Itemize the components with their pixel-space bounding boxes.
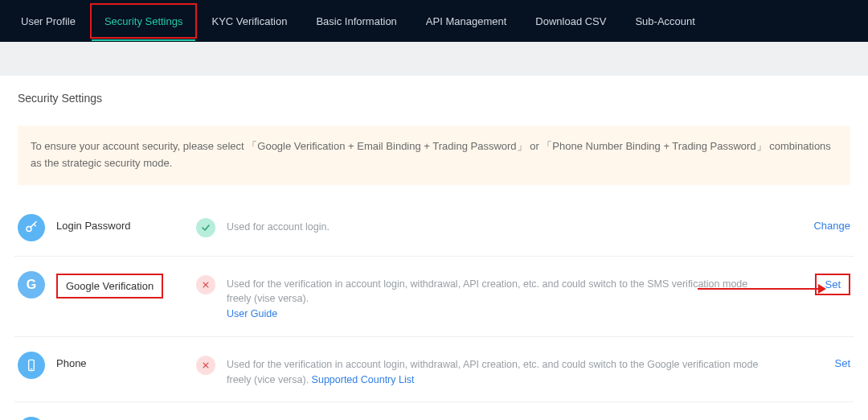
desc-text: Used for the verification in account log… — [227, 278, 747, 305]
row-title: Phone — [56, 352, 185, 369]
status-bad-icon — [196, 275, 215, 294]
nav-basic-information[interactable]: Basic Information — [301, 0, 411, 42]
nav-label: Download CSV — [535, 15, 606, 27]
nav-download-csv[interactable]: Download CSV — [521, 0, 620, 42]
status-bad-icon — [196, 356, 215, 375]
nav-label: Sub-Account — [635, 15, 694, 27]
nav-label: User Profile — [21, 15, 76, 27]
nav-user-profile[interactable]: User Profile — [6, 0, 90, 42]
row-desc: Used for the verification in account log… — [227, 271, 783, 322]
nav-label: KYC Verification — [211, 15, 287, 27]
row-email: Email Used for the verification in withd… — [14, 402, 854, 420]
row-title: Login Password — [56, 214, 185, 232]
row-phone: Phone Used for the verification in accou… — [14, 337, 854, 403]
row-desc: Used for the verification in withdrawal,… — [227, 417, 783, 420]
security-notice: To ensure your account security, please … — [18, 126, 850, 185]
content: Security Settings To ensure your account… — [0, 76, 868, 420]
email-icon — [18, 417, 45, 420]
row-action: Set — [794, 271, 850, 295]
supported-country-list-link[interactable]: Supported Country List — [312, 374, 415, 385]
row-action — [794, 417, 850, 420]
page-title: Security Settings — [0, 76, 868, 116]
row-action: Set — [794, 352, 850, 369]
row-desc: Used for account login. — [227, 214, 783, 235]
phone-icon — [18, 352, 45, 379]
row-login-password: Login Password Used for account login. C… — [14, 200, 854, 257]
nav-security-settings[interactable]: Security Settings — [90, 3, 198, 39]
sub-header-spacer — [0, 42, 868, 76]
nav-label: Security Settings — [104, 15, 183, 27]
row-google-verification: G Google Verification Used for the verif… — [14, 257, 854, 337]
top-nav: User Profile Security Settings KYC Verif… — [0, 0, 868, 42]
nav-label: Basic Information — [316, 15, 396, 27]
nav-kyc-verification[interactable]: KYC Verification — [197, 0, 301, 42]
row-title: Email — [56, 417, 185, 420]
change-button[interactable]: Change — [813, 220, 850, 232]
user-guide-link[interactable]: User Guide — [227, 308, 277, 319]
google-icon: G — [18, 271, 45, 299]
row-action: Change — [794, 214, 850, 232]
nav-sub-account[interactable]: Sub-Account — [620, 0, 709, 42]
nav-api-management[interactable]: API Management — [411, 0, 521, 42]
set-button[interactable]: Set — [815, 274, 850, 295]
row-desc: Used for the verification in account log… — [227, 352, 783, 388]
nav-label: API Management — [426, 15, 506, 27]
set-button[interactable]: Set — [834, 357, 850, 369]
settings-list: Login Password Used for account login. C… — [0, 200, 868, 420]
row-title: Google Verification — [56, 271, 185, 299]
status-ok-icon — [196, 218, 215, 237]
key-icon — [18, 214, 45, 241]
desc-text: Used for the verification in account log… — [227, 359, 758, 385]
